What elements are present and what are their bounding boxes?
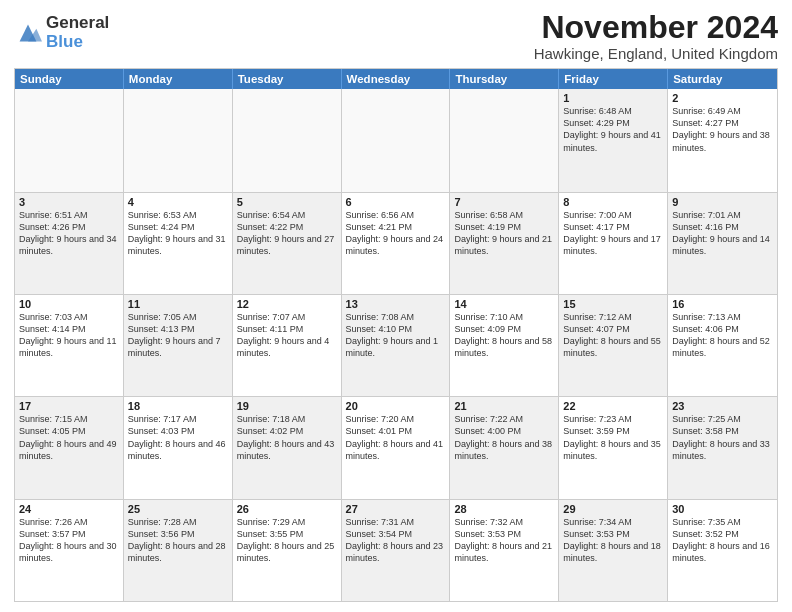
header-saturday: Saturday [668,69,777,89]
cell-text-29: Sunrise: 7:34 AM Sunset: 3:53 PM Dayligh… [563,517,661,563]
header: General Blue November 2024 Hawkinge, Eng… [14,10,778,62]
day-num-8: 8 [563,196,663,208]
cell-text-9: Sunrise: 7:01 AM Sunset: 4:16 PM Dayligh… [672,210,770,256]
cal-cell-0-5: 1Sunrise: 6:48 AM Sunset: 4:29 PM Daylig… [559,89,668,191]
cal-cell-2-2: 12Sunrise: 7:07 AM Sunset: 4:11 PM Dayli… [233,295,342,396]
cal-cell-4-4: 28Sunrise: 7:32 AM Sunset: 3:53 PM Dayli… [450,500,559,601]
day-num-9: 9 [672,196,773,208]
logo-icon [14,19,42,47]
header-thursday: Thursday [450,69,559,89]
cal-cell-4-0: 24Sunrise: 7:26 AM Sunset: 3:57 PM Dayli… [15,500,124,601]
day-num-14: 14 [454,298,554,310]
cell-text-28: Sunrise: 7:32 AM Sunset: 3:53 PM Dayligh… [454,517,552,563]
cal-cell-3-5: 22Sunrise: 7:23 AM Sunset: 3:59 PM Dayli… [559,397,668,498]
day-num-16: 16 [672,298,773,310]
day-num-25: 25 [128,503,228,515]
calendar-body: 1Sunrise: 6:48 AM Sunset: 4:29 PM Daylig… [15,89,777,601]
title-block: November 2024 Hawkinge, England, United … [534,10,778,62]
title-location: Hawkinge, England, United Kingdom [534,45,778,62]
day-num-13: 13 [346,298,446,310]
cal-cell-3-6: 23Sunrise: 7:25 AM Sunset: 3:58 PM Dayli… [668,397,777,498]
cal-cell-0-3 [342,89,451,191]
cell-text-7: Sunrise: 6:58 AM Sunset: 4:19 PM Dayligh… [454,210,552,256]
cal-cell-2-0: 10Sunrise: 7:03 AM Sunset: 4:14 PM Dayli… [15,295,124,396]
cal-cell-1-1: 4Sunrise: 6:53 AM Sunset: 4:24 PM Daylig… [124,193,233,294]
logo-text: General Blue [46,14,109,51]
header-wednesday: Wednesday [342,69,451,89]
day-num-11: 11 [128,298,228,310]
page: General Blue November 2024 Hawkinge, Eng… [0,0,792,612]
cell-text-8: Sunrise: 7:00 AM Sunset: 4:17 PM Dayligh… [563,210,661,256]
cell-text-14: Sunrise: 7:10 AM Sunset: 4:09 PM Dayligh… [454,312,552,358]
cal-cell-2-6: 16Sunrise: 7:13 AM Sunset: 4:06 PM Dayli… [668,295,777,396]
cell-text-19: Sunrise: 7:18 AM Sunset: 4:02 PM Dayligh… [237,414,335,460]
cal-cell-4-1: 25Sunrise: 7:28 AM Sunset: 3:56 PM Dayli… [124,500,233,601]
day-num-7: 7 [454,196,554,208]
cell-text-24: Sunrise: 7:26 AM Sunset: 3:57 PM Dayligh… [19,517,117,563]
day-num-12: 12 [237,298,337,310]
day-num-21: 21 [454,400,554,412]
cell-text-15: Sunrise: 7:12 AM Sunset: 4:07 PM Dayligh… [563,312,661,358]
cell-text-26: Sunrise: 7:29 AM Sunset: 3:55 PM Dayligh… [237,517,335,563]
cell-text-27: Sunrise: 7:31 AM Sunset: 3:54 PM Dayligh… [346,517,444,563]
cal-cell-2-4: 14Sunrise: 7:10 AM Sunset: 4:09 PM Dayli… [450,295,559,396]
cal-cell-4-5: 29Sunrise: 7:34 AM Sunset: 3:53 PM Dayli… [559,500,668,601]
cal-cell-0-0 [15,89,124,191]
day-num-27: 27 [346,503,446,515]
day-num-26: 26 [237,503,337,515]
cell-text-11: Sunrise: 7:05 AM Sunset: 4:13 PM Dayligh… [128,312,221,358]
day-num-18: 18 [128,400,228,412]
cal-cell-1-0: 3Sunrise: 6:51 AM Sunset: 4:26 PM Daylig… [15,193,124,294]
cal-cell-0-4 [450,89,559,191]
cell-text-3: Sunrise: 6:51 AM Sunset: 4:26 PM Dayligh… [19,210,117,256]
header-friday: Friday [559,69,668,89]
cell-text-12: Sunrise: 7:07 AM Sunset: 4:11 PM Dayligh… [237,312,330,358]
calendar: Sunday Monday Tuesday Wednesday Thursday… [14,68,778,602]
cal-cell-4-2: 26Sunrise: 7:29 AM Sunset: 3:55 PM Dayli… [233,500,342,601]
cell-text-23: Sunrise: 7:25 AM Sunset: 3:58 PM Dayligh… [672,414,770,460]
cal-cell-1-5: 8Sunrise: 7:00 AM Sunset: 4:17 PM Daylig… [559,193,668,294]
cal-cell-1-3: 6Sunrise: 6:56 AM Sunset: 4:21 PM Daylig… [342,193,451,294]
header-monday: Monday [124,69,233,89]
cell-text-2: Sunrise: 6:49 AM Sunset: 4:27 PM Dayligh… [672,106,770,152]
calendar-header: Sunday Monday Tuesday Wednesday Thursday… [15,69,777,89]
cell-text-21: Sunrise: 7:22 AM Sunset: 4:00 PM Dayligh… [454,414,552,460]
week-row-4: 24Sunrise: 7:26 AM Sunset: 3:57 PM Dayli… [15,499,777,601]
day-num-2: 2 [672,92,773,104]
cal-cell-2-3: 13Sunrise: 7:08 AM Sunset: 4:10 PM Dayli… [342,295,451,396]
day-num-1: 1 [563,92,663,104]
cal-cell-0-2 [233,89,342,191]
day-num-20: 20 [346,400,446,412]
cal-cell-4-6: 30Sunrise: 7:35 AM Sunset: 3:52 PM Dayli… [668,500,777,601]
cal-cell-2-1: 11Sunrise: 7:05 AM Sunset: 4:13 PM Dayli… [124,295,233,396]
cell-text-1: Sunrise: 6:48 AM Sunset: 4:29 PM Dayligh… [563,106,661,152]
day-num-29: 29 [563,503,663,515]
day-num-23: 23 [672,400,773,412]
cal-cell-3-1: 18Sunrise: 7:17 AM Sunset: 4:03 PM Dayli… [124,397,233,498]
cell-text-22: Sunrise: 7:23 AM Sunset: 3:59 PM Dayligh… [563,414,661,460]
logo-general-text: General [46,14,109,33]
header-tuesday: Tuesday [233,69,342,89]
cell-text-20: Sunrise: 7:20 AM Sunset: 4:01 PM Dayligh… [346,414,444,460]
cell-text-5: Sunrise: 6:54 AM Sunset: 4:22 PM Dayligh… [237,210,335,256]
title-month: November 2024 [534,10,778,45]
day-num-5: 5 [237,196,337,208]
cell-text-6: Sunrise: 6:56 AM Sunset: 4:21 PM Dayligh… [346,210,444,256]
cal-cell-4-3: 27Sunrise: 7:31 AM Sunset: 3:54 PM Dayli… [342,500,451,601]
cal-cell-1-6: 9Sunrise: 7:01 AM Sunset: 4:16 PM Daylig… [668,193,777,294]
day-num-22: 22 [563,400,663,412]
week-row-0: 1Sunrise: 6:48 AM Sunset: 4:29 PM Daylig… [15,89,777,191]
cell-text-13: Sunrise: 7:08 AM Sunset: 4:10 PM Dayligh… [346,312,439,358]
header-sunday: Sunday [15,69,124,89]
cal-cell-2-5: 15Sunrise: 7:12 AM Sunset: 4:07 PM Dayli… [559,295,668,396]
cal-cell-1-2: 5Sunrise: 6:54 AM Sunset: 4:22 PM Daylig… [233,193,342,294]
cal-cell-3-0: 17Sunrise: 7:15 AM Sunset: 4:05 PM Dayli… [15,397,124,498]
cal-cell-0-1 [124,89,233,191]
cell-text-16: Sunrise: 7:13 AM Sunset: 4:06 PM Dayligh… [672,312,770,358]
day-num-30: 30 [672,503,773,515]
day-num-19: 19 [237,400,337,412]
cell-text-18: Sunrise: 7:17 AM Sunset: 4:03 PM Dayligh… [128,414,226,460]
cell-text-10: Sunrise: 7:03 AM Sunset: 4:14 PM Dayligh… [19,312,117,358]
day-num-6: 6 [346,196,446,208]
day-num-4: 4 [128,196,228,208]
